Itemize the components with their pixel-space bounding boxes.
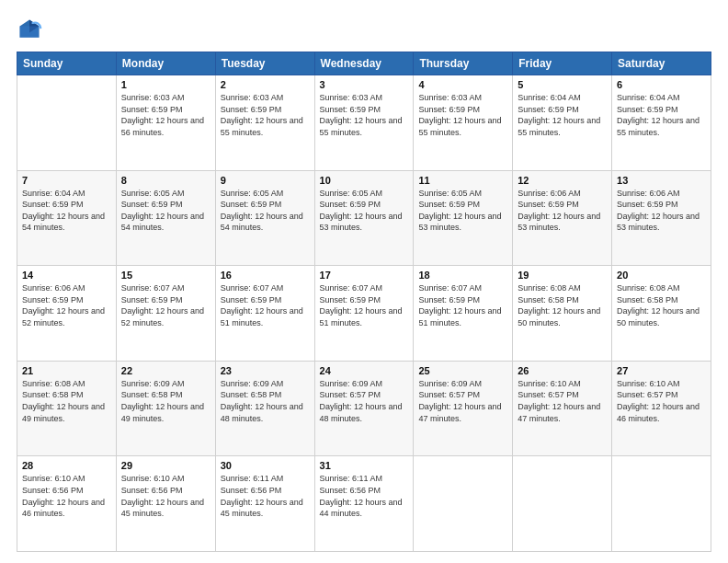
weekday-header-friday: Friday <box>513 52 612 75</box>
day-info: Sunrise: 6:09 AMSunset: 6:57 PMDaylight:… <box>418 379 501 423</box>
day-number: 16 <box>221 270 310 281</box>
day-info: Sunrise: 6:03 AMSunset: 6:59 PMDaylight:… <box>121 93 204 137</box>
calendar-cell: 13 Sunrise: 6:06 AMSunset: 6:59 PMDaylig… <box>612 170 711 266</box>
calendar-cell <box>17 75 117 171</box>
day-number: 11 <box>418 175 507 186</box>
day-info: Sunrise: 6:06 AMSunset: 6:59 PMDaylight:… <box>518 189 600 233</box>
day-info: Sunrise: 6:07 AMSunset: 6:59 PMDaylight:… <box>221 283 303 327</box>
calendar-cell: 11 Sunrise: 6:05 AMSunset: 6:59 PMDaylig… <box>414 170 513 266</box>
day-info: Sunrise: 6:05 AMSunset: 6:59 PMDaylight:… <box>121 189 204 233</box>
calendar-cell: 19 Sunrise: 6:08 AMSunset: 6:58 PMDaylig… <box>513 266 612 362</box>
day-number: 10 <box>320 175 409 186</box>
day-number: 27 <box>617 365 706 376</box>
day-number: 18 <box>418 270 507 281</box>
day-number: 6 <box>617 79 706 90</box>
calendar-cell: 5 Sunrise: 6:04 AMSunset: 6:59 PMDayligh… <box>513 75 612 171</box>
calendar-cell: 4 Sunrise: 6:03 AMSunset: 6:59 PMDayligh… <box>414 75 513 171</box>
day-info: Sunrise: 6:10 AMSunset: 6:57 PMDaylight:… <box>518 379 600 423</box>
day-info: Sunrise: 6:05 AMSunset: 6:59 PMDaylight:… <box>418 189 501 233</box>
day-number: 28 <box>22 460 111 471</box>
calendar-cell: 20 Sunrise: 6:08 AMSunset: 6:58 PMDaylig… <box>612 266 711 362</box>
day-info: Sunrise: 6:09 AMSunset: 6:57 PMDaylight:… <box>320 379 403 423</box>
header <box>17 17 711 42</box>
calendar-cell: 18 Sunrise: 6:07 AMSunset: 6:59 PMDaylig… <box>414 266 513 362</box>
day-number: 1 <box>121 79 210 90</box>
page: SundayMondayTuesdayWednesdayThursdayFrid… <box>0 0 728 563</box>
day-info: Sunrise: 6:10 AMSunset: 6:57 PMDaylight:… <box>617 379 700 423</box>
weekday-header-thursday: Thursday <box>414 52 513 75</box>
day-info: Sunrise: 6:07 AMSunset: 6:59 PMDaylight:… <box>320 283 403 327</box>
logo-icon <box>17 17 42 42</box>
day-info: Sunrise: 6:06 AMSunset: 6:59 PMDaylight:… <box>22 283 105 327</box>
day-info: Sunrise: 6:09 AMSunset: 6:58 PMDaylight:… <box>221 379 303 423</box>
day-info: Sunrise: 6:09 AMSunset: 6:58 PMDaylight:… <box>121 379 204 423</box>
weekday-header-sunday: Sunday <box>17 52 117 75</box>
weekday-header-monday: Monday <box>116 52 215 75</box>
logo <box>17 17 46 42</box>
day-info: Sunrise: 6:04 AMSunset: 6:59 PMDaylight:… <box>518 93 600 137</box>
day-number: 31 <box>320 460 409 471</box>
day-number: 17 <box>320 270 409 281</box>
calendar-cell: 12 Sunrise: 6:06 AMSunset: 6:59 PMDaylig… <box>513 170 612 266</box>
calendar-cell: 9 Sunrise: 6:05 AMSunset: 6:59 PMDayligh… <box>215 170 314 266</box>
calendar-cell: 7 Sunrise: 6:04 AMSunset: 6:59 PMDayligh… <box>17 170 117 266</box>
calendar-cell: 14 Sunrise: 6:06 AMSunset: 6:59 PMDaylig… <box>17 266 117 362</box>
day-number: 3 <box>320 79 409 90</box>
day-number: 2 <box>221 79 310 90</box>
weekday-header-saturday: Saturday <box>612 52 711 75</box>
calendar-cell: 21 Sunrise: 6:08 AMSunset: 6:58 PMDaylig… <box>17 361 117 456</box>
day-info: Sunrise: 6:11 AMSunset: 6:56 PMDaylight:… <box>221 474 303 518</box>
day-info: Sunrise: 6:05 AMSunset: 6:59 PMDaylight:… <box>320 189 403 233</box>
calendar-cell <box>612 456 711 552</box>
weekday-header-tuesday: Tuesday <box>215 52 314 75</box>
day-info: Sunrise: 6:03 AMSunset: 6:59 PMDaylight:… <box>320 93 403 137</box>
calendar-cell: 1 Sunrise: 6:03 AMSunset: 6:59 PMDayligh… <box>116 75 215 171</box>
day-number: 13 <box>617 175 706 186</box>
calendar-week-2: 7 Sunrise: 6:04 AMSunset: 6:59 PMDayligh… <box>17 170 711 266</box>
day-info: Sunrise: 6:05 AMSunset: 6:59 PMDaylight:… <box>221 189 303 233</box>
day-number: 14 <box>22 270 111 281</box>
day-number: 22 <box>121 365 210 376</box>
day-info: Sunrise: 6:08 AMSunset: 6:58 PMDaylight:… <box>518 283 600 327</box>
day-number: 30 <box>221 460 310 471</box>
calendar-cell <box>414 456 513 552</box>
calendar-cell: 26 Sunrise: 6:10 AMSunset: 6:57 PMDaylig… <box>513 361 612 456</box>
day-number: 15 <box>121 270 210 281</box>
calendar-cell: 28 Sunrise: 6:10 AMSunset: 6:56 PMDaylig… <box>17 456 117 552</box>
day-number: 20 <box>617 270 706 281</box>
day-number: 25 <box>418 365 507 376</box>
calendar-week-4: 21 Sunrise: 6:08 AMSunset: 6:58 PMDaylig… <box>17 361 711 456</box>
day-number: 8 <box>121 175 210 186</box>
calendar-cell <box>513 456 612 552</box>
day-info: Sunrise: 6:11 AMSunset: 6:56 PMDaylight:… <box>320 474 403 518</box>
day-info: Sunrise: 6:08 AMSunset: 6:58 PMDaylight:… <box>22 379 105 423</box>
calendar-cell: 24 Sunrise: 6:09 AMSunset: 6:57 PMDaylig… <box>314 361 414 456</box>
day-info: Sunrise: 6:03 AMSunset: 6:59 PMDaylight:… <box>221 93 303 137</box>
day-info: Sunrise: 6:10 AMSunset: 6:56 PMDaylight:… <box>121 474 204 518</box>
calendar-cell: 17 Sunrise: 6:07 AMSunset: 6:59 PMDaylig… <box>314 266 414 362</box>
day-number: 9 <box>221 175 310 186</box>
calendar-cell: 15 Sunrise: 6:07 AMSunset: 6:59 PMDaylig… <box>116 266 215 362</box>
calendar-cell: 8 Sunrise: 6:05 AMSunset: 6:59 PMDayligh… <box>116 170 215 266</box>
day-info: Sunrise: 6:10 AMSunset: 6:56 PMDaylight:… <box>22 474 105 518</box>
day-info: Sunrise: 6:06 AMSunset: 6:59 PMDaylight:… <box>617 189 700 233</box>
day-number: 23 <box>221 365 310 376</box>
calendar-cell: 31 Sunrise: 6:11 AMSunset: 6:56 PMDaylig… <box>314 456 414 552</box>
weekday-header-row: SundayMondayTuesdayWednesdayThursdayFrid… <box>17 52 711 75</box>
calendar-cell: 29 Sunrise: 6:10 AMSunset: 6:56 PMDaylig… <box>116 456 215 552</box>
day-info: Sunrise: 6:03 AMSunset: 6:59 PMDaylight:… <box>418 93 501 137</box>
calendar-cell: 25 Sunrise: 6:09 AMSunset: 6:57 PMDaylig… <box>414 361 513 456</box>
day-info: Sunrise: 6:08 AMSunset: 6:58 PMDaylight:… <box>617 283 700 327</box>
calendar-cell: 16 Sunrise: 6:07 AMSunset: 6:59 PMDaylig… <box>215 266 314 362</box>
calendar-cell: 23 Sunrise: 6:09 AMSunset: 6:58 PMDaylig… <box>215 361 314 456</box>
calendar-cell: 10 Sunrise: 6:05 AMSunset: 6:59 PMDaylig… <box>314 170 414 266</box>
day-number: 21 <box>22 365 111 376</box>
day-number: 29 <box>121 460 210 471</box>
day-info: Sunrise: 6:07 AMSunset: 6:59 PMDaylight:… <box>121 283 204 327</box>
day-info: Sunrise: 6:04 AMSunset: 6:59 PMDaylight:… <box>22 189 105 233</box>
calendar-week-1: 1 Sunrise: 6:03 AMSunset: 6:59 PMDayligh… <box>17 75 711 171</box>
day-number: 26 <box>518 365 607 376</box>
weekday-header-wednesday: Wednesday <box>314 52 414 75</box>
day-number: 7 <box>22 175 111 186</box>
day-number: 24 <box>320 365 409 376</box>
